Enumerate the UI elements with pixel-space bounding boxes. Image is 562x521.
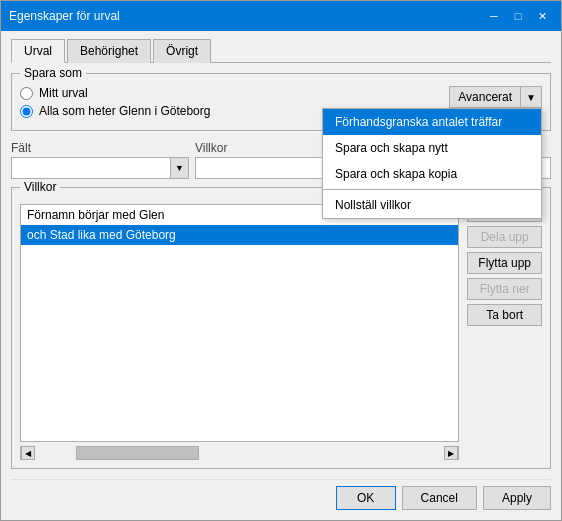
villkor-buttons: Gruppera Dela upp Flytta upp Flytta ner … xyxy=(467,200,542,460)
close-button[interactable]: ✕ xyxy=(531,7,553,25)
window-title: Egenskaper för urval xyxy=(9,9,120,23)
flytta-ner-button[interactable]: Flytta ner xyxy=(467,278,542,300)
scroll-thumb[interactable] xyxy=(76,446,199,460)
falt-col: Fält ▼ xyxy=(11,141,189,179)
maximize-button[interactable]: □ xyxy=(507,7,529,25)
falt-label: Fält xyxy=(11,141,189,155)
dialog-content: Urval Behörighet Övrigt Spara som Mitt u… xyxy=(1,31,561,520)
falt-input[interactable] xyxy=(12,158,170,178)
falt-combo[interactable]: ▼ xyxy=(11,157,189,179)
dropdown-item-spara-kopia[interactable]: Spara och skapa kopia xyxy=(323,161,541,187)
spara-section: Spara som Mitt urval Alla som heter Glen… xyxy=(11,73,551,131)
spara-label: Spara som xyxy=(20,66,86,80)
scroll-left-icon[interactable]: ◀ xyxy=(21,446,35,460)
ok-button[interactable]: OK xyxy=(336,486,396,510)
radio-mitt-urval-input[interactable] xyxy=(20,87,33,100)
tab-urval[interactable]: Urval xyxy=(11,39,65,63)
dropdown-item-forhandsgranska[interactable]: Förhandsgranska antalet träffar xyxy=(323,109,541,135)
tab-ovrigt[interactable]: Övrigt xyxy=(153,39,211,63)
minimize-button[interactable]: ─ xyxy=(483,7,505,25)
tab-behorighet[interactable]: Behörighet xyxy=(67,39,151,63)
cancel-button[interactable]: Cancel xyxy=(402,486,477,510)
scroll-track[interactable] xyxy=(35,446,444,460)
avancerat-button-group: Avancerat ▼ Förhandsgranska antalet träf… xyxy=(449,86,542,108)
dela-upp-button[interactable]: Dela upp xyxy=(467,226,542,248)
villkor-list[interactable]: Förnamn börjar med Glen och Stad lika me… xyxy=(20,204,459,442)
dropdown-separator xyxy=(323,189,541,190)
footer-buttons: OK Cancel Apply xyxy=(11,479,551,510)
dropdown-item-spara-nytt[interactable]: Spara och skapa nytt xyxy=(323,135,541,161)
villkor-content: Förnamn börjar med Glen och Stad lika me… xyxy=(20,200,459,460)
dropdown-item-nollstall[interactable]: Nollställ villkor xyxy=(323,192,541,218)
avancerat-dropdown: Förhandsgranska antalet träffar Spara oc… xyxy=(322,108,542,219)
radio-mitt-urval[interactable]: Mitt urval xyxy=(20,86,449,100)
scroll-right-icon[interactable]: ▶ xyxy=(444,446,458,460)
horizontal-scrollbar[interactable]: ◀ ▶ xyxy=(20,446,459,460)
villkor-section: Villkor Förnamn börjar med Glen och Stad… xyxy=(11,187,551,469)
villkor-item-1[interactable]: och Stad lika med Göteborg xyxy=(21,225,458,245)
radio-alla-input[interactable] xyxy=(20,105,33,118)
spara-row: Mitt urval Alla som heter Glenn i Götebo… xyxy=(20,86,542,122)
flytta-upp-button[interactable]: Flytta upp xyxy=(467,252,542,274)
main-window: Egenskaper för urval ─ □ ✕ Urval Behörig… xyxy=(0,0,562,521)
villkor-section-label: Villkor xyxy=(20,180,60,194)
tab-bar: Urval Behörighet Övrigt xyxy=(11,39,551,63)
title-bar-controls: ─ □ ✕ xyxy=(483,7,553,25)
apply-button[interactable]: Apply xyxy=(483,486,551,510)
title-bar: Egenskaper för urval ─ □ ✕ xyxy=(1,1,561,31)
ta-bort-button[interactable]: Ta bort xyxy=(467,304,542,326)
avancerat-button[interactable]: Avancerat xyxy=(449,86,521,108)
falt-arrow-icon[interactable]: ▼ xyxy=(170,158,188,178)
avancerat-dropdown-arrow[interactable]: ▼ xyxy=(521,86,542,108)
